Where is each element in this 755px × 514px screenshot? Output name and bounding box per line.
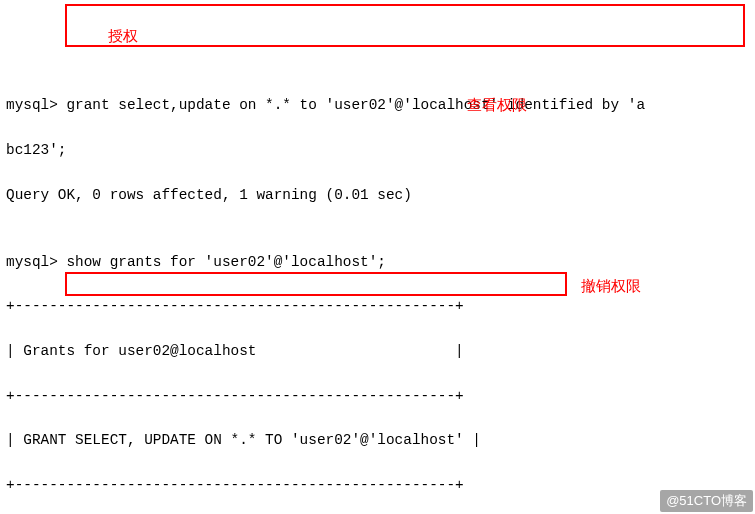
terminal-line: | Grants for user02@localhost | [0, 340, 755, 362]
watermark: @51CTO博客 [660, 490, 753, 512]
terminal-line: mysql> show grants for 'user02'@'localho… [0, 251, 755, 273]
terminal-line: bc123'; [0, 139, 755, 161]
terminal-line: +---------------------------------------… [0, 385, 755, 407]
terminal-line: +---------------------------------------… [0, 474, 755, 496]
terminal-line: mysql> grant select,update on *.* to 'us… [0, 94, 755, 116]
terminal-line: Query OK, 0 rows affected, 1 warning (0.… [0, 184, 755, 206]
terminal-line: +---------------------------------------… [0, 295, 755, 317]
highlight-box-revoke [65, 272, 567, 296]
label-grant: 授权 [108, 25, 138, 48]
highlight-box-grant [65, 4, 745, 47]
terminal-line: | GRANT SELECT, UPDATE ON *.* TO 'user02… [0, 429, 755, 451]
